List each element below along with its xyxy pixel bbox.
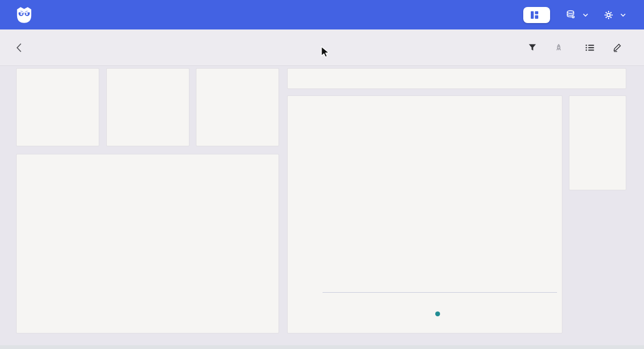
kpi-card-total-cost bbox=[106, 68, 189, 146]
dashboard-grid-icon bbox=[531, 11, 538, 19]
back-button[interactable] bbox=[16, 43, 22, 53]
boost-toggle[interactable] bbox=[555, 44, 571, 51]
kpi-card-total-orders bbox=[16, 68, 99, 146]
chevron-down-icon bbox=[583, 13, 588, 17]
dashboards-button[interactable] bbox=[523, 7, 550, 23]
page-header bbox=[0, 29, 644, 66]
kpi-card-total-profit bbox=[196, 68, 279, 146]
bar-chart-legend bbox=[323, 311, 557, 316]
nav-right bbox=[523, 7, 644, 23]
brand bbox=[0, 6, 39, 24]
top-nav-bar bbox=[0, 0, 644, 29]
pie-slices[interactable] bbox=[123, 206, 176, 259]
pie-chart bbox=[17, 154, 280, 334]
database-icon bbox=[566, 10, 575, 19]
bar-chart-card bbox=[287, 95, 562, 333]
bottom-strip bbox=[0, 345, 644, 349]
settings-menu[interactable] bbox=[604, 11, 626, 19]
chevron-down-icon bbox=[620, 13, 626, 17]
metric-control-bar bbox=[287, 68, 626, 89]
edit-button[interactable] bbox=[613, 43, 626, 52]
owl-logo-icon bbox=[15, 6, 33, 24]
options-list-icon bbox=[586, 44, 594, 51]
rocket-icon bbox=[555, 44, 562, 51]
filter-funnel-icon bbox=[529, 44, 536, 51]
legend-dot bbox=[435, 311, 440, 316]
date-range-card bbox=[569, 95, 626, 190]
options-button[interactable] bbox=[586, 44, 598, 51]
add-filter-button[interactable] bbox=[529, 44, 540, 51]
pencil-icon bbox=[613, 43, 621, 52]
data-warehouse-menu[interactable] bbox=[566, 10, 588, 19]
x-axis-line bbox=[323, 292, 557, 293]
pie-chart-card bbox=[16, 154, 279, 333]
sales-dashboard-app bbox=[0, 0, 644, 349]
gear-icon bbox=[604, 11, 613, 19]
